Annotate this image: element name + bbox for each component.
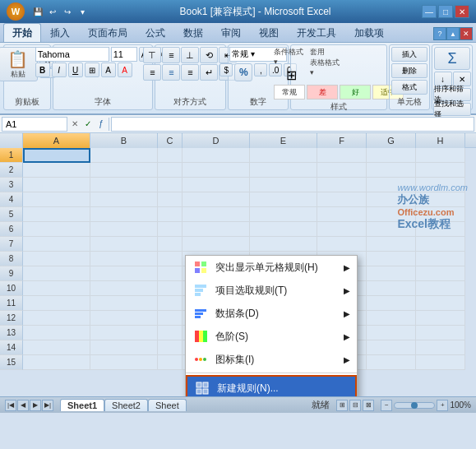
cell-H4[interactable] — [416, 192, 465, 207]
bold-btn[interactable]: B — [35, 62, 50, 77]
cell-C1[interactable] — [158, 148, 183, 163]
find-select-btn[interactable]: 查找和选择 — [433, 103, 471, 116]
tab-home[interactable]: 开始 — [3, 23, 41, 42]
row-num-10[interactable]: 10 — [0, 281, 23, 296]
tab-formulas[interactable]: 公式 — [136, 23, 174, 42]
cell-C13[interactable] — [158, 326, 183, 340]
cell-F3[interactable] — [317, 178, 367, 192]
cell-B9[interactable] — [90, 266, 158, 281]
cell-H6[interactable] — [416, 222, 465, 237]
cell-G1[interactable] — [367, 148, 416, 163]
menu-item-iconset[interactable]: 图标集(I) ▶ — [186, 348, 357, 371]
zoom-out-btn[interactable]: − — [381, 400, 392, 411]
cell-G12[interactable] — [367, 311, 416, 326]
maximize-btn[interactable]: □ — [438, 5, 453, 18]
cell-B8[interactable] — [90, 252, 158, 266]
cell-D4[interactable] — [183, 192, 250, 207]
align-right-btn[interactable]: ≡ — [181, 64, 199, 81]
page-layout-btn[interactable]: ⊟ — [349, 400, 361, 411]
font-color-btn[interactable]: A — [118, 62, 132, 77]
cell-C6[interactable] — [158, 222, 183, 237]
cell-B5[interactable] — [90, 207, 158, 222]
delete-cell-btn[interactable]: 删除 — [391, 63, 427, 78]
font-size-selector[interactable]: 11 — [111, 47, 137, 62]
cancel-formula-btn[interactable]: ✕ — [69, 118, 81, 130]
confirm-formula-btn[interactable]: ✓ — [82, 118, 94, 130]
cell-G14[interactable] — [367, 340, 416, 355]
align-center-btn[interactable]: ≡ — [162, 64, 180, 81]
col-header-D[interactable]: D — [183, 133, 250, 148]
cell-B11[interactable] — [90, 296, 158, 311]
cell-H11[interactable] — [416, 296, 465, 311]
cell-A15[interactable] — [23, 355, 90, 370]
cell-A2[interactable] — [23, 163, 90, 178]
style-bad[interactable]: 差 — [307, 85, 338, 100]
text-direction-btn[interactable]: ⟲ — [200, 47, 218, 63]
row-num-1[interactable]: 1 — [0, 148, 23, 163]
ribbon-close-btn[interactable]: ✕ — [460, 27, 473, 40]
currency-btn[interactable]: $ — [220, 63, 233, 76]
cell-C9[interactable] — [158, 266, 183, 281]
sheet-first-btn[interactable]: |◀ — [5, 400, 16, 411]
undo-quick-btn[interactable]: ↩ — [46, 5, 59, 18]
row-num-4[interactable]: 4 — [0, 192, 23, 207]
row-num-15[interactable]: 15 — [0, 355, 23, 370]
cell-G13[interactable] — [367, 326, 416, 340]
font-name-selector[interactable]: Tahoma — [35, 47, 109, 62]
tab-page-layout[interactable]: 页面布局 — [79, 23, 136, 42]
zoom-in-btn[interactable]: + — [437, 400, 448, 411]
cell-H2[interactable] — [416, 163, 465, 178]
cond-format-btn[interactable]: 条件格式 ▾ — [274, 47, 308, 66]
col-header-H[interactable]: H — [416, 133, 465, 148]
row-num-13[interactable]: 13 — [0, 326, 23, 340]
cell-D1[interactable] — [183, 148, 250, 163]
cell-E7[interactable] — [250, 237, 317, 252]
cell-A1[interactable] — [23, 148, 90, 163]
col-header-G[interactable]: G — [367, 133, 416, 148]
save-quick-btn[interactable]: 💾 — [31, 5, 44, 18]
cell-B13[interactable] — [90, 326, 158, 340]
tab-data[interactable]: 数据 — [174, 23, 212, 42]
dropdown-quick-btn[interactable]: ▾ — [76, 5, 89, 18]
format-cell-btn[interactable]: 格式 — [391, 80, 427, 95]
col-header-C[interactable]: C — [158, 133, 183, 148]
cell-G6[interactable] — [367, 222, 416, 237]
wrap-text-btn[interactable]: ↵ — [200, 64, 218, 81]
align-top-btn[interactable]: ⊤ — [143, 47, 161, 63]
cell-E2[interactable] — [250, 163, 317, 178]
row-num-5[interactable]: 5 — [0, 207, 23, 222]
cell-E6[interactable] — [250, 222, 317, 237]
cell-A12[interactable] — [23, 311, 90, 326]
cell-G15[interactable] — [367, 355, 416, 370]
normal-view-btn[interactable]: ⊞ — [336, 400, 348, 411]
cell-B7[interactable] — [90, 237, 158, 252]
cell-C15[interactable] — [158, 355, 183, 370]
cell-H8[interactable] — [416, 252, 465, 266]
cell-C14[interactable] — [158, 340, 183, 355]
tab-addins[interactable]: 加载项 — [345, 23, 393, 42]
fill-color-btn[interactable]: A — [101, 62, 116, 77]
close-btn[interactable]: ✕ — [455, 5, 469, 18]
cell-F6[interactable] — [317, 222, 367, 237]
cell-A5[interactable] — [23, 207, 90, 222]
cell-F4[interactable] — [317, 192, 367, 207]
percent-btn[interactable]: % — [234, 63, 252, 81]
row-num-7[interactable]: 7 — [0, 237, 23, 252]
col-header-F[interactable]: F — [317, 133, 367, 148]
cell-C12[interactable] — [158, 311, 183, 326]
cell-A4[interactable] — [23, 192, 90, 207]
row-num-6[interactable]: 6 — [0, 222, 23, 237]
formula-input[interactable] — [111, 117, 474, 132]
table-format-btn[interactable]: 套用表格格式 ▾ — [310, 47, 344, 76]
cell-H9[interactable] — [416, 266, 465, 281]
paste-button[interactable]: 📋 粘贴 — [0, 47, 38, 81]
cell-A3[interactable] — [23, 178, 90, 192]
cell-D2[interactable] — [183, 163, 250, 178]
help-btn[interactable]: ? — [433, 27, 446, 40]
cell-A6[interactable] — [23, 222, 90, 237]
cell-H10[interactable] — [416, 281, 465, 296]
menu-item-topbottom[interactable]: 项目选取规则(T) ▶ — [186, 279, 357, 302]
minimize-btn[interactable]: — — [422, 5, 437, 18]
cell-C10[interactable] — [158, 281, 183, 296]
cell-B15[interactable] — [90, 355, 158, 370]
